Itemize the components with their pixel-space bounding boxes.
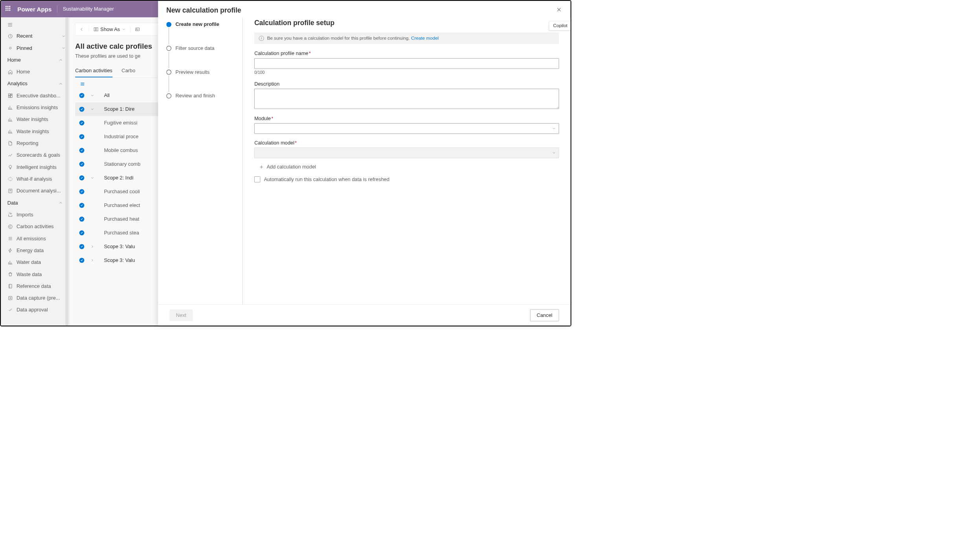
sparkle-icon bbox=[7, 176, 13, 182]
step-dot bbox=[166, 70, 171, 75]
panel-title: New calculation profile bbox=[166, 6, 241, 14]
check-icon bbox=[79, 93, 84, 98]
layout-icon bbox=[94, 27, 99, 32]
auto-run-label: Automatically run this calculation when … bbox=[264, 176, 389, 182]
sidebar-item-label: Data capture (pre... bbox=[17, 295, 60, 301]
svg-rect-15 bbox=[9, 284, 11, 288]
sidebar-item-approval[interactable]: Data approval bbox=[1, 304, 69, 316]
chevron-down-icon[interactable] bbox=[90, 93, 95, 97]
sidebar-item-label: All emissions bbox=[17, 236, 46, 242]
sidebar-item-scorecards[interactable]: Scorecards & goals bbox=[1, 149, 69, 161]
sidebar-item-label: Scorecards & goals bbox=[17, 152, 60, 158]
check-icon bbox=[79, 189, 84, 194]
sidebar-item-label: Emissions insights bbox=[17, 104, 58, 110]
info-text: Be sure you have a calculation model for… bbox=[267, 36, 410, 41]
step-dot bbox=[166, 46, 171, 51]
sidebar-item-reporting[interactable]: Reporting bbox=[1, 137, 69, 149]
step-0[interactable]: Create new profile bbox=[166, 22, 242, 27]
sidebar-item-energy[interactable]: Energy data bbox=[1, 245, 69, 256]
step-2[interactable]: Preview results bbox=[166, 69, 242, 75]
chevron-down-icon bbox=[62, 34, 66, 38]
app-name: Power Apps bbox=[17, 5, 51, 13]
sidebar-item-label: Energy data bbox=[17, 247, 44, 253]
row-label: Purchased heat bbox=[104, 216, 139, 222]
next-button[interactable]: Next bbox=[169, 309, 193, 321]
sidebar-item-allemissions[interactable]: All emissions bbox=[1, 232, 69, 244]
dashboard-icon bbox=[7, 93, 13, 99]
panel-footer: Next Cancel bbox=[158, 304, 570, 326]
desc-label: Description bbox=[254, 81, 559, 87]
sidebar-item-whatif[interactable]: What-if analysis bbox=[1, 173, 69, 185]
module-label: Module* bbox=[254, 115, 559, 121]
step-3[interactable]: Review and finish bbox=[166, 93, 242, 99]
pin-icon bbox=[7, 45, 13, 51]
chevron-up-icon bbox=[59, 82, 63, 86]
sidebar-item-wastedata[interactable]: Waste data bbox=[1, 268, 69, 280]
sidebar-item-docanalysis[interactable]: Document analysi... bbox=[1, 185, 69, 197]
check-icon bbox=[79, 148, 84, 153]
sidebar-item-waterdata[interactable]: Water data bbox=[1, 256, 69, 268]
svg-rect-5 bbox=[11, 94, 12, 95]
sidebar-item-label: Intelligent insights bbox=[17, 164, 57, 170]
row-label: Scope 3: Valu bbox=[104, 257, 135, 263]
toolbar-extra[interactable] bbox=[135, 27, 140, 32]
sidebar-section-data[interactable]: Data bbox=[1, 197, 69, 209]
sidebar-item-imports[interactable]: Imports bbox=[1, 209, 69, 221]
sidebar-item-capture[interactable]: Data capture (pre... bbox=[1, 292, 69, 304]
home-icon bbox=[7, 69, 13, 75]
sidebar-item-emissions[interactable]: Emissions insights bbox=[1, 102, 69, 113]
water-icon bbox=[7, 260, 13, 265]
sidebar: Recent Pinned Home Home Analytics Execut… bbox=[1, 17, 70, 326]
chevron-down-icon[interactable] bbox=[90, 107, 95, 111]
close-button[interactable] bbox=[556, 6, 562, 13]
tab-carbon-activities[interactable]: Carbon activities bbox=[75, 68, 112, 77]
svg-point-11 bbox=[8, 225, 12, 229]
add-calc-model-button[interactable]: Add calculation model bbox=[259, 164, 559, 170]
module-select[interactable] bbox=[254, 123, 559, 134]
step-1[interactable]: Filter source data bbox=[166, 45, 242, 51]
form-title: Calculation profile setup bbox=[254, 19, 559, 27]
sidebar-item-label: Water insights bbox=[17, 117, 48, 123]
sidebar-item-label: Waste data bbox=[17, 271, 42, 277]
sidebar-item-waste[interactable]: Waste insights bbox=[1, 125, 69, 137]
copilot-button[interactable]: Copilot bbox=[549, 21, 571, 31]
show-as-button[interactable]: Show As bbox=[94, 26, 125, 32]
sidebar-item-label: Imports bbox=[17, 212, 33, 218]
list-icon bbox=[7, 236, 13, 242]
sidebar-item-home[interactable]: Home bbox=[1, 66, 69, 78]
sidebar-item-label: Home bbox=[17, 69, 30, 75]
chevron-down-icon bbox=[552, 151, 556, 155]
sidebar-pinned[interactable]: Pinned bbox=[1, 42, 69, 54]
auto-run-checkbox[interactable] bbox=[254, 176, 260, 182]
create-model-link[interactable]: Create model bbox=[411, 36, 439, 41]
cancel-button[interactable]: Cancel bbox=[530, 309, 559, 321]
back-button[interactable] bbox=[79, 27, 84, 32]
sidebar-item-reference[interactable]: Reference data bbox=[1, 280, 69, 292]
check-icon bbox=[79, 107, 84, 112]
name-input[interactable] bbox=[254, 59, 559, 69]
sidebar-section-analytics[interactable]: Analytics bbox=[1, 78, 69, 90]
model-select[interactable] bbox=[254, 148, 559, 158]
sidebar-item-label: Document analysi... bbox=[17, 188, 61, 194]
sidebar-recent[interactable]: Recent bbox=[1, 30, 69, 42]
sidebar-item-water[interactable]: Water insights bbox=[1, 113, 69, 125]
waffle-icon[interactable] bbox=[6, 6, 12, 12]
hamburger-icon[interactable] bbox=[1, 19, 69, 30]
book-icon bbox=[7, 283, 13, 289]
row-label: Scope 1: Dire bbox=[104, 106, 135, 112]
chevron-right-icon[interactable] bbox=[90, 258, 95, 262]
row-label: Purchased cooli bbox=[104, 188, 140, 194]
desc-input[interactable] bbox=[254, 89, 559, 109]
sidebar-item-carbon[interactable]: Carbon activities bbox=[1, 221, 69, 232]
row-label: Industrial proce bbox=[104, 134, 139, 139]
tab-carbon-other[interactable]: Carbo bbox=[121, 68, 135, 77]
name-label: Calculation profile name* bbox=[254, 51, 559, 57]
chevron-down-icon[interactable] bbox=[90, 176, 95, 180]
step-label: Review and finish bbox=[176, 93, 215, 99]
sidebar-item-intelligent[interactable]: Intelligent insights bbox=[1, 161, 69, 173]
chevron-right-icon[interactable] bbox=[90, 245, 95, 249]
sidebar-item-label: What-if analysis bbox=[17, 176, 52, 182]
approval-icon bbox=[7, 307, 13, 313]
sidebar-item-exec-dashboard[interactable]: Executive dashbo... bbox=[1, 90, 69, 102]
sidebar-section-home[interactable]: Home bbox=[1, 54, 69, 66]
